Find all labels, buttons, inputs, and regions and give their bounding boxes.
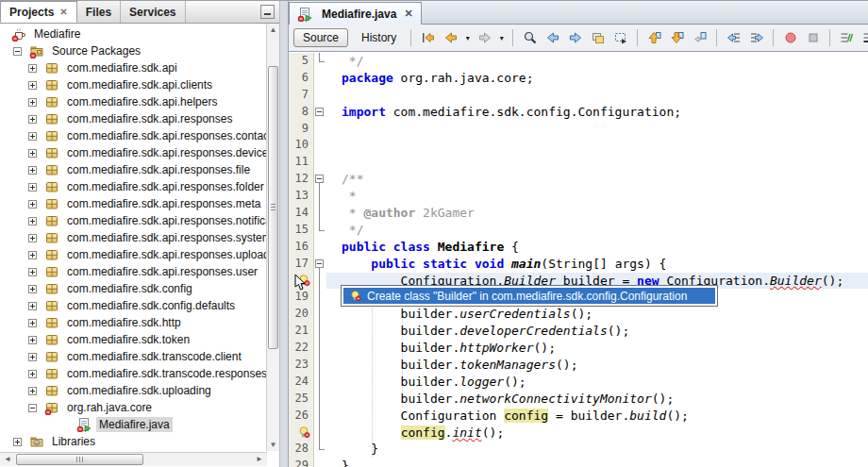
tree-item-com-mediafire-sdk-token[interactable]: com.mediafire.sdk.token [0, 331, 266, 348]
tree-item-com-mediafire-sdk-transcode-client[interactable]: com.mediafire.sdk.transcode.client [0, 348, 266, 365]
code-line-text[interactable]: builder.developerCredentials(); [326, 323, 868, 340]
toggle-highlight-icon[interactable] [587, 27, 609, 48]
expand-icon[interactable] [28, 183, 37, 192]
code-line-text[interactable]: builder.tokenManagers(); [326, 357, 868, 374]
tree-item-mediafire[interactable]: Mediafire [0, 25, 266, 42]
panel-tab-services[interactable]: Services [121, 1, 185, 23]
collapse-icon[interactable] [28, 404, 37, 412]
code-line-text[interactable]: } [326, 441, 868, 458]
shift-line-left-icon[interactable] [723, 27, 744, 48]
tree-item-org-rah-java-core[interactable]: org.rah.java.core [0, 399, 266, 416]
code-editor[interactable]: 5 */6package org.rah.java.core;78import … [289, 53, 868, 467]
forward-icon[interactable] [474, 27, 495, 48]
code-line-text[interactable]: package org.rah.java.core; [326, 70, 868, 87]
panel-splitter[interactable] [280, 1, 288, 467]
code-fold-column[interactable] [314, 171, 326, 188]
shift-line-right-icon[interactable] [745, 27, 767, 48]
expand-icon[interactable] [28, 370, 37, 378]
toggle-bookmark-icon[interactable] [689, 27, 710, 48]
expand-icon[interactable] [28, 115, 37, 124]
tree-item-com-mediafire-sdk-api-responses-meta[interactable]: com.mediafire.sdk.api.responses.meta [0, 195, 266, 212]
tree-item-com-mediafire-sdk-api-responses-upload[interactable]: com.mediafire.sdk.api.responses.upload [0, 246, 266, 263]
stop-macro-recording-icon[interactable] [802, 27, 824, 48]
find-selection-icon[interactable] [519, 27, 541, 48]
uncomment-icon[interactable] [859, 27, 868, 48]
code-line-text[interactable]: */ [326, 222, 868, 239]
expand-icon[interactable] [28, 217, 37, 225]
expand-icon[interactable] [28, 200, 37, 208]
code-line-text[interactable]: builder.httpWorker(); [326, 340, 868, 357]
tree-item-com-mediafire-sdk-uploading[interactable]: com.mediafire.sdk.uploading [0, 382, 266, 399]
hint-create-class-item[interactable]: Create class "Builder" in com.mediafire.… [343, 288, 715, 304]
tree-item-source-packages[interactable]: Source Packages [0, 42, 266, 59]
jump-last-edit-icon[interactable] [417, 27, 439, 48]
code-line-text[interactable]: Configuration config = builder.build(); [326, 408, 868, 425]
code-line-text[interactable]: */ [326, 53, 868, 70]
scroll-right-icon[interactable]: ► [253, 453, 266, 466]
source-view-button[interactable]: Source [293, 28, 348, 47]
code-line-text[interactable] [326, 121, 868, 138]
expand-icon[interactable] [28, 268, 37, 276]
code-line-text[interactable]: public static void main(String[] args) { [326, 256, 868, 273]
close-icon[interactable]: ✕ [404, 8, 412, 20]
code-line-text[interactable]: config.init(); [326, 425, 868, 442]
tree-item-com-mediafire-sdk-api-responses-notification[interactable]: com.mediafire.sdk.api.responses.notifica… [0, 212, 266, 229]
start-macro-recording-icon[interactable] [779, 27, 801, 48]
tree-horizontal-scrollbar[interactable]: ◄ ► [0, 452, 267, 466]
tree-item-com-mediafire-sdk-api-responses-device[interactable]: com.mediafire.sdk.api.responses.device [0, 144, 266, 161]
next-bookmark-icon[interactable] [666, 27, 688, 48]
code-line-text[interactable]: import com.mediafire.sdk.config.Configur… [326, 104, 868, 121]
back-dropdown-icon[interactable]: ▾ [462, 27, 473, 48]
tree-item-com-mediafire-sdk-transcode-responses[interactable]: com.mediafire.sdk.transcode.responses [0, 365, 266, 382]
expand-icon[interactable] [28, 387, 37, 395]
expand-icon[interactable] [28, 302, 37, 310]
find-next-icon[interactable] [564, 27, 586, 48]
tree-item-com-mediafire-sdk-api[interactable]: com.mediafire.sdk.api [0, 59, 266, 76]
fold-collapse-icon[interactable] [315, 108, 324, 116]
scroll-up-icon[interactable]: ▲ [267, 24, 279, 36]
expand-icon[interactable] [28, 132, 37, 141]
code-line-text[interactable]: } [326, 458, 868, 467]
scroll-down-icon[interactable]: ▼ [267, 439, 279, 451]
code-line-text[interactable]: builder.userCredentials(); [326, 306, 868, 323]
expand-icon[interactable] [13, 438, 22, 446]
code-fold-column[interactable] [314, 104, 326, 121]
history-view-button[interactable]: History [353, 29, 405, 46]
tree-item-com-mediafire-sdk-api-helpers[interactable]: com.mediafire.sdk.api.helpers [0, 93, 266, 110]
tree-item-libraries[interactable]: Libraries [0, 433, 266, 450]
tree-item-com-mediafire-sdk-config[interactable]: com.mediafire.sdk.config [0, 280, 266, 297]
code-line-text[interactable] [326, 87, 868, 104]
vertical-scrollbar-thumb[interactable] [268, 66, 278, 349]
minimize-window-icon[interactable] [260, 5, 275, 19]
tree-item-com-mediafire-sdk-api-clients[interactable]: com.mediafire.sdk.api.clients [0, 76, 266, 93]
expand-icon[interactable] [28, 98, 37, 107]
code-line-text[interactable]: * [326, 188, 868, 205]
expand-icon[interactable] [28, 234, 37, 242]
close-icon[interactable]: ✕ [59, 7, 67, 17]
expand-icon[interactable] [28, 336, 37, 344]
tree-item-com-mediafire-sdk-api-responses[interactable]: com.mediafire.sdk.api.responses [0, 110, 266, 127]
code-line-text[interactable]: builder.logger(); [326, 374, 868, 391]
expand-icon[interactable] [28, 81, 37, 90]
tree-item-com-mediafire-sdk-api-responses-folder[interactable]: com.mediafire.sdk.api.responses.folder [0, 178, 266, 195]
code-line-text[interactable]: public class Mediafire { [326, 239, 868, 256]
panel-tab-projects[interactable]: Projects✕ [0, 1, 77, 23]
expand-icon[interactable] [28, 251, 37, 259]
collapse-icon[interactable] [13, 47, 22, 56]
code-line-text[interactable]: builder.networkConnectivityMonitor(); [326, 391, 868, 408]
previous-bookmark-icon[interactable] [643, 27, 665, 48]
tab-mediafire-java[interactable]: Mediafire.java ✕ [289, 2, 422, 25]
tree-item-com-mediafire-sdk-http[interactable]: com.mediafire.sdk.http [0, 314, 266, 331]
expand-icon[interactable] [28, 149, 37, 158]
tree-item-com-mediafire-sdk-api-responses-file[interactable]: com.mediafire.sdk.api.responses.file [0, 161, 266, 178]
code-line-text[interactable]: * @author 2kGamer [326, 205, 868, 222]
tree-item-mediafire-java[interactable]: Mediafire.java [0, 416, 266, 433]
hint-bulb-icon[interactable] [289, 425, 314, 442]
tree-item-com-mediafire-sdk-api-responses-contact[interactable]: com.mediafire.sdk.api.responses.contact [0, 127, 266, 144]
find-previous-icon[interactable] [542, 27, 563, 48]
code-line-text[interactable] [326, 154, 868, 171]
fold-collapse-icon[interactable] [315, 259, 324, 268]
expand-icon[interactable] [28, 166, 37, 175]
code-line-text[interactable] [326, 137, 868, 154]
expand-icon[interactable] [28, 319, 37, 327]
